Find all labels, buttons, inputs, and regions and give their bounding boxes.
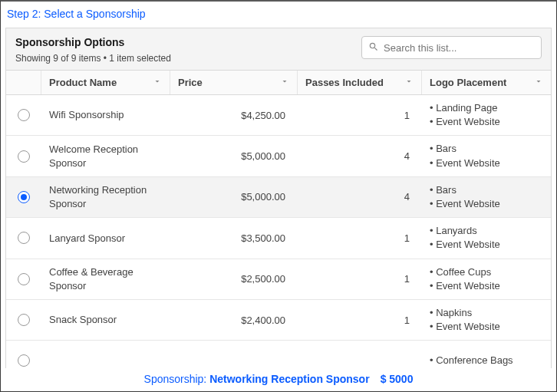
radio-button[interactable] — [18, 191, 30, 203]
table-row[interactable]: Snack Sponsor$2,400.001NapkinsEvent Webs… — [6, 300, 551, 341]
search-input[interactable] — [384, 42, 535, 54]
step-title: Step 2: Select a Sponsorship — [5, 3, 552, 28]
window-frame: Step 2: Select a Sponsorship Sponsorship… — [0, 0, 557, 392]
radio-button[interactable] — [18, 354, 30, 367]
panel-subtitle: Showing 9 of 9 items • 1 item selected — [15, 53, 171, 64]
table-row[interactable]: Welcome Reception Sponsor$5,000.004BarsE… — [6, 136, 551, 176]
col-logo[interactable]: Logo Placement — [422, 71, 551, 94]
table-header: Product Name Price Passes Included Logo … — [6, 71, 551, 95]
logo-placement-cell: Conference Bags — [422, 341, 551, 368]
passes-cell: 1 — [298, 218, 422, 258]
product-name-cell: Wifi Sponsorship — [41, 95, 170, 135]
table-row[interactable]: Lanyard Sponsor$3,500.001LanyardsEvent W… — [6, 218, 551, 259]
logo-placement-cell: Coffee CupsEvent Website — [422, 259, 551, 299]
chevron-down-icon — [534, 77, 543, 88]
passes-cell: 1 — [298, 300, 422, 340]
row-select-cell[interactable] — [6, 259, 41, 299]
price-cell: $5,000.00 — [170, 177, 298, 217]
selection-summary: Sponsorship: Networking Reception Sponso… — [5, 368, 552, 385]
product-name-cell: Coffee & Beverage Sponsor — [41, 259, 170, 299]
sponsorship-panel: Sponsorship Options Showing 9 of 9 items… — [5, 28, 552, 368]
price-cell: $2,400.00 — [170, 300, 298, 340]
search-box[interactable] — [361, 36, 542, 59]
col-passes[interactable]: Passes Included — [298, 71, 422, 94]
price-cell: $2,500.00 — [170, 259, 298, 299]
product-name-cell: Welcome Reception Sponsor — [41, 136, 170, 176]
chevron-down-icon — [153, 77, 162, 88]
table-body[interactable]: Wifi Sponsorship$4,250.001Landing PageEv… — [6, 95, 551, 368]
price-cell — [170, 341, 298, 368]
row-select-cell[interactable] — [6, 177, 41, 217]
radio-button[interactable] — [18, 273, 30, 285]
radio-button[interactable] — [18, 150, 30, 163]
row-select-cell[interactable] — [6, 300, 41, 340]
passes-cell: 1 — [298, 95, 422, 135]
price-cell: $5,000.00 — [170, 136, 298, 176]
logo-placement-cell: Landing PageEvent Website — [422, 95, 551, 135]
row-select-cell[interactable] — [6, 136, 41, 176]
col-select — [6, 71, 41, 94]
logo-placement-cell: BarsEvent Website — [422, 177, 551, 217]
chevron-down-icon — [404, 77, 414, 88]
row-select-cell[interactable] — [6, 95, 41, 135]
col-price[interactable]: Price — [170, 71, 298, 94]
panel-header-left: Sponsorship Options Showing 9 of 9 items… — [15, 36, 171, 64]
table-row[interactable]: Wifi Sponsorship$4,250.001Landing PageEv… — [6, 95, 551, 136]
passes-cell — [298, 341, 422, 368]
logo-placement-cell: NapkinsEvent Website — [422, 300, 551, 340]
table-row[interactable]: Conference Bags — [6, 341, 551, 368]
table-row[interactable]: Coffee & Beverage Sponsor$2,500.001Coffe… — [6, 259, 551, 300]
radio-button[interactable] — [18, 109, 30, 121]
summary-label: Sponsorship: — [144, 373, 210, 385]
passes-cell: 4 — [298, 136, 422, 176]
summary-value: Networking Reception Sponsor — [209, 373, 369, 385]
table-row[interactable]: Networking Reception Sponsor$5,000.004Ba… — [6, 177, 551, 218]
radio-button[interactable] — [18, 232, 30, 244]
product-name-cell — [41, 341, 170, 368]
radio-button[interactable] — [18, 314, 30, 326]
panel-header: Sponsorship Options Showing 9 of 9 items… — [6, 28, 551, 71]
col-product-name[interactable]: Product Name — [41, 71, 170, 94]
product-name-cell: Lanyard Sponsor — [41, 218, 170, 258]
logo-placement-cell: BarsEvent Website — [422, 136, 551, 176]
price-cell: $4,250.00 — [170, 95, 298, 135]
summary-amount: $ 5000 — [381, 373, 414, 385]
price-cell: $3,500.00 — [170, 218, 298, 258]
passes-cell: 1 — [298, 259, 422, 299]
product-name-cell: Networking Reception Sponsor — [41, 177, 170, 217]
chevron-down-icon — [280, 77, 289, 88]
search-icon — [368, 41, 379, 54]
row-select-cell[interactable] — [6, 218, 41, 258]
product-name-cell: Snack Sponsor — [41, 300, 170, 340]
passes-cell: 4 — [298, 177, 422, 217]
logo-placement-cell: LanyardsEvent Website — [422, 218, 551, 258]
row-select-cell[interactable] — [6, 341, 41, 368]
panel-title: Sponsorship Options — [15, 36, 171, 48]
